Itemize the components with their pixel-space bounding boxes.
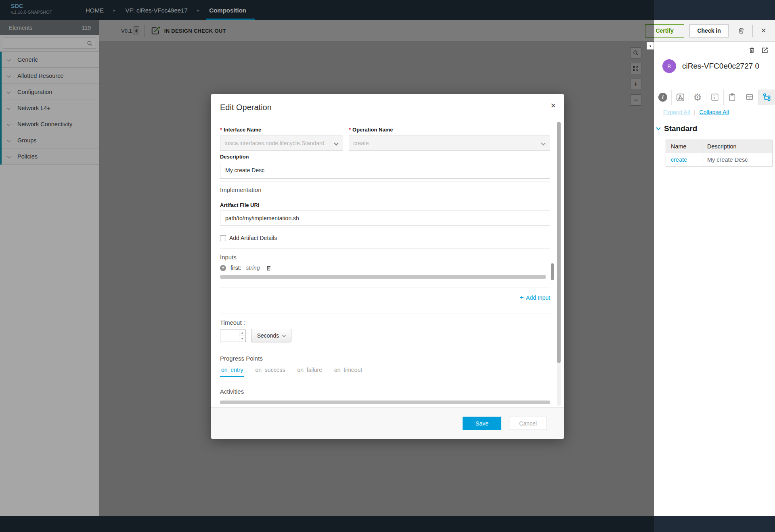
component-detail-panel: R ciRes-VFC0e0c2727 0 i ⚙ xyxy=(654,42,775,516)
operation-name-select[interactable]: create xyxy=(349,136,550,151)
close-icon[interactable]: × xyxy=(551,101,556,110)
timeout-controls: ▲ ▼ Seconds xyxy=(220,329,550,342)
tab-properties[interactable] xyxy=(724,90,741,105)
section-divider xyxy=(220,349,550,349)
tab-requirements[interactable] xyxy=(706,90,724,105)
operations-table: Name Description create My create Desc xyxy=(666,140,773,167)
description-field: Description xyxy=(220,154,550,179)
interface-name-select[interactable]: tosca.interfaces.node.lifecycle.Standard xyxy=(220,136,343,151)
chevron-down-icon xyxy=(334,141,338,145)
description-label: Description xyxy=(220,154,550,160)
tab-on-entry[interactable]: on_entry xyxy=(220,367,244,377)
column-header-name: Name xyxy=(666,140,702,153)
panel-actions xyxy=(748,46,769,54)
modal-title: Edit Operation xyxy=(220,103,272,112)
expand-all-link[interactable]: Expand All xyxy=(663,109,690,115)
info-circle-icon: i xyxy=(658,93,667,102)
component-header: R ciRes-VFC0e0c2727 0 xyxy=(662,59,759,73)
add-artifact-checkbox-row[interactable]: Add Artifact Details xyxy=(220,235,550,241)
operation-name-field: *Operation Name create xyxy=(349,127,550,151)
activities-section-label: Activities xyxy=(220,388,550,395)
progress-points-label: Progress Points xyxy=(220,355,550,362)
delete-component-icon[interactable] xyxy=(748,46,755,54)
spinner-up-icon[interactable]: ▲ xyxy=(239,330,245,336)
modal-scrollbar-thumb[interactable] xyxy=(557,122,561,363)
section-divider xyxy=(220,288,550,288)
checkin-button[interactable]: Check in xyxy=(689,24,729,38)
implementation-section-label: Implementation xyxy=(220,186,550,193)
inputs-section-label: Inputs xyxy=(220,254,550,261)
composition-icon xyxy=(676,93,685,102)
table-header-row: Name Description xyxy=(666,140,773,153)
delete-param-icon[interactable] xyxy=(266,265,272,271)
column-header-description: Description xyxy=(702,140,773,153)
chevron-down-icon xyxy=(541,141,545,145)
add-input-row: + Add Input xyxy=(220,294,550,302)
tab-operations[interactable] xyxy=(758,90,775,105)
collapse-all-link[interactable]: Collapse All xyxy=(700,109,729,115)
interface-name-field: *Interface Name tosca.interfaces.node.li… xyxy=(220,127,343,151)
clipboard-icon xyxy=(728,93,737,102)
param-type: string xyxy=(246,265,260,271)
spinner-down-icon[interactable]: ▼ xyxy=(239,336,245,342)
save-button[interactable]: Save xyxy=(463,417,501,430)
timeout-number-input[interactable]: ▲ ▼ xyxy=(220,330,246,342)
inputs-vertical-scrollbar[interactable] xyxy=(551,263,554,280)
number-spinner[interactable]: ▲ ▼ xyxy=(239,330,245,342)
cancel-button[interactable]: Cancel xyxy=(509,417,547,430)
interface-section-title: Standard xyxy=(664,124,697,133)
modal-footer: Save Cancel xyxy=(211,407,564,439)
add-input-button[interactable]: + Add Input xyxy=(519,294,550,302)
plus-icon: + xyxy=(519,294,524,302)
sdc-app: SDC v.1.16.0-SNAPSHOT HOME ▸ VF: ciRes-V… xyxy=(0,0,775,532)
param-name: first: xyxy=(230,265,241,271)
artifact-uri-label: Artifact File URI xyxy=(220,202,550,208)
inputs-horizontal-scrollbar[interactable] xyxy=(220,275,546,279)
progress-points-tabs: on_entry on_success on_failure on_timeou… xyxy=(220,367,550,377)
links-separator: | xyxy=(694,109,695,115)
workflow-icon xyxy=(762,93,772,102)
operation-name-label: Operation Name xyxy=(352,127,393,133)
tab-on-timeout[interactable]: on_timeout xyxy=(333,367,363,377)
section-divider xyxy=(220,383,550,383)
expand-param-icon[interactable]: + xyxy=(220,265,226,271)
tab-composition[interactable] xyxy=(672,90,689,105)
edit-component-icon[interactable] xyxy=(761,46,769,54)
section-divider xyxy=(220,313,550,313)
timeout-unit-select[interactable]: Seconds xyxy=(251,329,291,342)
checkbox-unchecked[interactable] xyxy=(220,235,226,241)
add-artifact-label: Add Artifact Details xyxy=(229,235,277,241)
tab-on-success[interactable]: on_success xyxy=(254,367,286,377)
tab-artifacts[interactable] xyxy=(741,90,758,105)
table-row: create My create Desc xyxy=(666,153,773,167)
section-divider xyxy=(220,181,550,182)
modal-header: Edit Operation × xyxy=(211,94,564,121)
panel-collapse-button[interactable]: › xyxy=(647,42,654,50)
component-title: ciRes-VFC0e0c2727 0 xyxy=(682,62,759,71)
delete-icon[interactable] xyxy=(737,27,745,35)
tab-on-failure[interactable]: on_failure xyxy=(296,367,323,377)
interface-section-header[interactable]: Standard xyxy=(657,124,697,133)
tab-information[interactable]: i xyxy=(654,90,672,105)
description-input[interactable] xyxy=(220,162,550,179)
expand-collapse-links: Expand All | Collapse All xyxy=(663,109,729,115)
operation-create-link[interactable]: create xyxy=(671,156,687,163)
timeout-label: Timeout : xyxy=(220,319,550,326)
activities-horizontal-scrollbar[interactable] xyxy=(220,401,550,404)
tab-settings[interactable]: ⚙ xyxy=(689,90,706,105)
inputs-section: Inputs + first: string xyxy=(220,254,550,279)
required-asterisk: * xyxy=(220,127,222,133)
modal-body: *Interface Name tosca.interfaces.node.li… xyxy=(211,121,564,407)
close-composition-icon[interactable]: × xyxy=(761,26,766,35)
artifact-uri-input[interactable] xyxy=(220,211,550,226)
section-divider xyxy=(220,248,550,249)
operation-description-cell: My create Desc xyxy=(702,153,773,167)
modal-scrollbar-track[interactable] xyxy=(557,122,561,406)
info-square-icon xyxy=(710,93,719,102)
panel-tab-bar: i ⚙ xyxy=(654,90,775,105)
required-asterisk: * xyxy=(349,127,351,133)
timeout-value-field[interactable] xyxy=(220,330,239,342)
input-param-row: + first: string xyxy=(220,263,550,272)
chevron-down-icon xyxy=(282,333,286,337)
component-avatar: R xyxy=(662,59,676,73)
